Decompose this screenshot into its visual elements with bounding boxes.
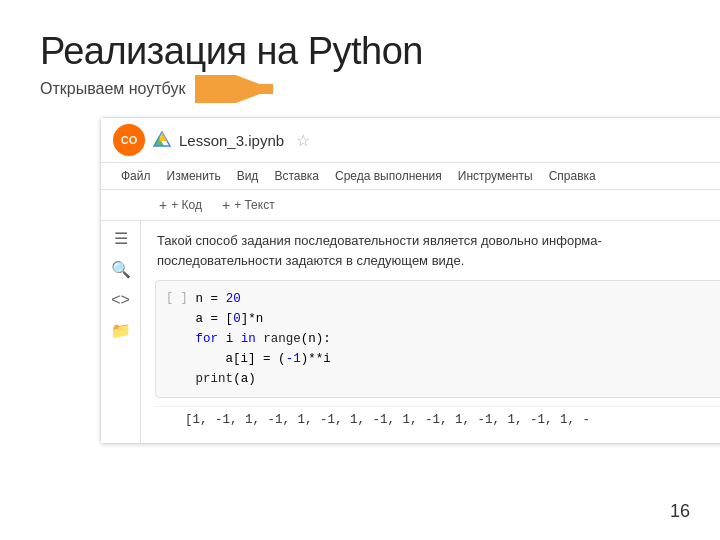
arrow-icon [195, 75, 285, 103]
text-cell: Такой способ задания последовательности … [155, 231, 720, 270]
slide-title: Реализация на Python [40, 30, 680, 73]
menu-help[interactable]: Справка [541, 165, 604, 187]
notebook-body: ☰ 🔍 <> 📁 Такой способ задания последоват… [101, 221, 720, 443]
plus-code-icon: + [159, 197, 167, 213]
plus-text-icon: + [222, 197, 230, 213]
page-number: 16 [670, 501, 690, 522]
text-cell-content: Такой способ задания последовательности … [157, 233, 602, 268]
add-code-button[interactable]: + + Код [151, 194, 210, 216]
code-line-5: print(a) [196, 369, 714, 389]
code-line-1: n = 20 [196, 289, 714, 309]
menu-view[interactable]: Вид [229, 165, 267, 187]
slide-container: Реализация на Python Открываем ноутбук C… [0, 0, 720, 540]
subtitle-text: Открываем ноутбук [40, 80, 185, 98]
menu-tools[interactable]: Инструменты [450, 165, 541, 187]
menu-file[interactable]: Файл [113, 165, 159, 187]
add-code-label: + Код [171, 198, 202, 212]
cell-bracket: [ ] [166, 289, 188, 305]
add-text-button[interactable]: + + Текст [214, 194, 283, 216]
output-cell: [1, -1, 1, -1, 1, -1, 1, -1, 1, -1, 1, -… [155, 406, 720, 433]
colab-logo: CO [113, 124, 145, 156]
menu-runtime[interactable]: Среда выполнения [327, 165, 450, 187]
sidebar-search-icon[interactable]: 🔍 [111, 260, 131, 279]
file-name[interactable]: Lesson_3.ipynb [179, 132, 284, 149]
toolbar: + + Код + + Текст [101, 190, 720, 221]
menu-bar: Файл Изменить Вид Вставка Среда выполнен… [101, 163, 720, 190]
star-icon[interactable]: ☆ [296, 131, 310, 150]
sidebar-folder-icon[interactable]: 📁 [111, 321, 131, 340]
menu-insert[interactable]: Вставка [266, 165, 327, 187]
sidebar-code-icon[interactable]: <> [111, 291, 130, 309]
code-content: n = 20 a = [0]*n for i in range(n): a[i]… [196, 289, 714, 389]
cell-header: [ ] n = 20 a = [0]*n for i in range(n): … [166, 289, 714, 389]
sidebar-menu-icon[interactable]: ☰ [114, 229, 128, 248]
code-line-4: a[i] = (-1)**i [196, 349, 714, 369]
content-area: Такой способ задания последовательности … [141, 221, 720, 443]
output-content: [1, -1, 1, -1, 1, -1, 1, -1, 1, -1, 1, -… [185, 413, 590, 427]
menu-edit[interactable]: Изменить [159, 165, 229, 187]
drive-icon [153, 131, 171, 149]
notebook-topbar: CO Lesson_3.ipynb ☆ [101, 118, 720, 163]
subtitle-row: Открываем ноутбук [40, 75, 680, 103]
code-line-2: a = [0]*n [196, 309, 714, 329]
add-text-label: + Текст [234, 198, 275, 212]
code-line-3: for i in range(n): [196, 329, 714, 349]
sidebar: ☰ 🔍 <> 📁 [101, 221, 141, 443]
notebook-frame: CO Lesson_3.ipynb ☆ Файл Изменить Вид Вс… [100, 117, 720, 444]
code-cell[interactable]: [ ] n = 20 a = [0]*n for i in range(n): … [155, 280, 720, 398]
